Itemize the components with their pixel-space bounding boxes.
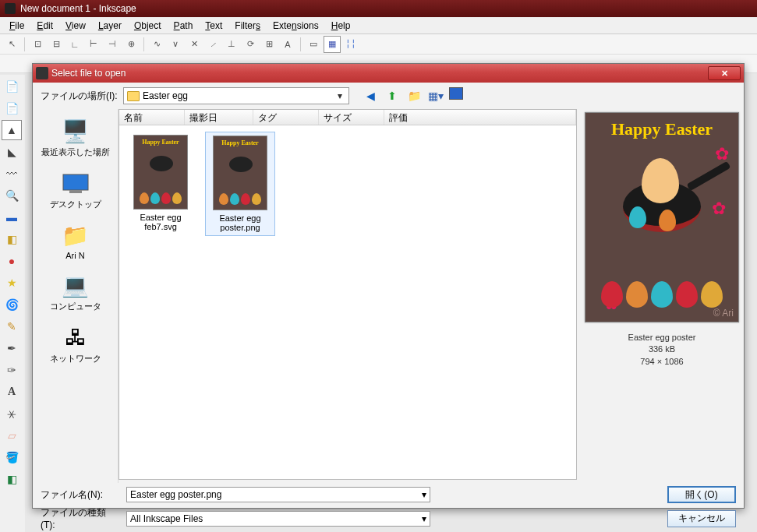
snap-page-btn[interactable]: ▭ bbox=[305, 36, 322, 53]
folder-icon bbox=[127, 91, 140, 101]
spray-tool-icon[interactable]: ⚹ bbox=[2, 403, 22, 424]
snap-cusp-btn[interactable]: ∨ bbox=[167, 36, 184, 53]
current-folder: Easter egg bbox=[143, 90, 331, 101]
col-size[interactable]: サイズ bbox=[319, 110, 384, 125]
snap-rotation-btn[interactable]: ⟳ bbox=[242, 36, 259, 53]
ellipse-tool-icon[interactable]: ● bbox=[2, 251, 22, 271]
snap-guide-btn[interactable]: ╎╎ bbox=[342, 36, 359, 53]
file-list[interactable]: Happy Easter Easter egg feb7.svg bbox=[119, 125, 576, 479]
snap-perp-btn[interactable]: ⊥ bbox=[223, 36, 240, 53]
preview-name: Easter egg poster bbox=[628, 332, 696, 344]
chevron-down-icon[interactable]: ▾ bbox=[422, 513, 426, 524]
location-row: ファイルの場所(I): Easter egg ▾ ◀ ⬆ 📁 ▦▾ bbox=[33, 83, 744, 109]
svg-rect-0 bbox=[63, 174, 88, 190]
open-button[interactable]: 開く(O) bbox=[667, 486, 736, 503]
menu-file[interactable]: File bbox=[3, 19, 30, 33]
snap-text-btn[interactable]: A bbox=[279, 36, 296, 53]
col-name[interactable]: 名前 bbox=[119, 110, 185, 125]
file-item-png[interactable]: Happy Easter Easter egg poster.png bbox=[205, 132, 275, 236]
snap-tangent-btn[interactable]: ⟋ bbox=[204, 36, 221, 53]
rect-tool-icon[interactable]: ▬ bbox=[2, 207, 22, 227]
col-date[interactable]: 撮影日 bbox=[185, 110, 253, 125]
snap-edge-btn[interactable]: ⊢ bbox=[85, 36, 102, 53]
chevron-down-icon[interactable]: ▾ bbox=[422, 489, 426, 500]
bezier-tool-icon[interactable]: ✒ bbox=[2, 338, 22, 358]
places-sidebar: 🖥️ 最近表示した場所 デスクトップ 📁 Ari N 💻 コンピュータ 🖧 ネッ… bbox=[33, 109, 119, 483]
location-combo[interactable]: Easter egg ▾ bbox=[123, 87, 349, 104]
calligraphy-tool-icon[interactable]: ✑ bbox=[2, 360, 22, 380]
place-user-label: Ari N bbox=[65, 251, 84, 260]
menu-view[interactable]: View bbox=[59, 19, 92, 33]
up-icon[interactable]: ⬆ bbox=[384, 87, 401, 104]
menu-filters[interactable]: Filters bbox=[228, 19, 267, 33]
menu-layer[interactable]: Layer bbox=[92, 19, 128, 33]
menu-extensions[interactable]: Extensions bbox=[267, 19, 325, 33]
doc2-tool-icon[interactable]: 📄 bbox=[2, 98, 22, 118]
snap-btn[interactable]: ↖ bbox=[3, 36, 20, 53]
preview-toggle-icon[interactable] bbox=[449, 87, 463, 100]
location-label: ファイルの場所(I): bbox=[41, 90, 119, 103]
eraser-tool-icon[interactable]: ▱ bbox=[2, 425, 22, 446]
network-icon: 🖧 bbox=[58, 323, 93, 351]
snap-grid-btn[interactable]: ▦ bbox=[324, 36, 341, 53]
menu-text[interactable]: Text bbox=[199, 19, 228, 33]
menu-edit[interactable]: Edit bbox=[30, 19, 59, 33]
watermark: © Ari bbox=[713, 308, 734, 319]
filename-value: Easter egg poster.png bbox=[130, 489, 422, 500]
preview-image: Happy Easter ✿ ✿ ✿ © Ari bbox=[585, 112, 739, 322]
place-recent[interactable]: 🖥️ 最近表示した場所 bbox=[37, 114, 115, 161]
snap-node-btn[interactable]: ⊡ bbox=[29, 36, 46, 53]
place-user[interactable]: 📁 Ari N bbox=[37, 218, 115, 263]
filename-label: ファイル名(N): bbox=[41, 488, 119, 502]
text-tool-icon[interactable]: A bbox=[2, 382, 22, 402]
bucket-tool-icon[interactable]: 🪣 bbox=[2, 447, 22, 467]
filetype-value: All Inkscape Files bbox=[130, 513, 422, 524]
window-title: New document 1 - Inkscape bbox=[20, 3, 136, 14]
place-computer[interactable]: 💻 コンピュータ bbox=[37, 268, 115, 315]
star-tool-icon[interactable]: ★ bbox=[2, 273, 22, 293]
selector-tool-icon[interactable]: ▲ bbox=[2, 120, 22, 140]
back-icon[interactable]: ◀ bbox=[362, 87, 379, 104]
doc-tool-icon[interactable]: 📄 bbox=[2, 76, 22, 97]
menu-object[interactable]: Object bbox=[128, 19, 168, 33]
desktop-icon bbox=[58, 169, 93, 197]
gradient-tool-icon[interactable]: ◧ bbox=[2, 469, 22, 489]
zoom-tool-icon[interactable]: 🔍 bbox=[2, 185, 22, 206]
place-network[interactable]: 🖧 ネットワーク bbox=[37, 320, 115, 368]
close-button[interactable]: ✕ bbox=[708, 66, 741, 80]
dialog-titlebar: Select file to open ✕ bbox=[33, 64, 744, 83]
preview-title: Happy Easter bbox=[585, 113, 738, 139]
snap-smooth-btn[interactable]: ∿ bbox=[148, 36, 165, 53]
cancel-button[interactable]: キャンセル bbox=[667, 510, 736, 527]
snap-mid-btn[interactable]: ⊣ bbox=[104, 36, 121, 53]
menu-path[interactable]: Path bbox=[168, 19, 200, 33]
col-tag[interactable]: タグ bbox=[253, 110, 319, 125]
snap-path-btn[interactable]: ⊟ bbox=[48, 36, 65, 53]
file-thumb: Happy Easter bbox=[213, 136, 267, 210]
new-folder-icon[interactable]: 📁 bbox=[405, 87, 423, 104]
file-name-2a: Easter egg bbox=[219, 213, 260, 223]
col-rating[interactable]: 評価 bbox=[384, 110, 576, 125]
dialog-title: Select file to open bbox=[51, 68, 708, 79]
tweak-tool-icon[interactable]: 〰 bbox=[2, 164, 22, 184]
pencil-tool-icon[interactable]: ✎ bbox=[2, 316, 22, 336]
place-desktop[interactable]: デスクトップ bbox=[37, 166, 115, 213]
preview-panel: Happy Easter ✿ ✿ ✿ © Ari Eas bbox=[580, 109, 744, 483]
3dbox-tool-icon[interactable]: ◧ bbox=[2, 229, 22, 249]
dialog-body: 🖥️ 最近表示した場所 デスクトップ 📁 Ari N 💻 コンピュータ 🖧 ネッ… bbox=[33, 109, 744, 483]
nav-icons: ◀ ⬆ 📁 ▦▾ bbox=[362, 87, 463, 104]
snap-corner-btn[interactable]: ∟ bbox=[66, 36, 83, 53]
menu-help[interactable]: Help bbox=[325, 19, 357, 33]
filename-input[interactable]: Easter egg poster.png ▾ bbox=[126, 487, 430, 502]
snap-intersect-btn[interactable]: ✕ bbox=[186, 36, 203, 53]
view-menu-icon[interactable]: ▦▾ bbox=[427, 87, 444, 104]
chevron-down-icon[interactable]: ▾ bbox=[334, 88, 345, 104]
node-tool-icon[interactable]: ◣ bbox=[2, 142, 22, 162]
file-item-svg[interactable]: Happy Easter Easter egg feb7.svg bbox=[126, 132, 196, 234]
snap-center-btn[interactable]: ⊕ bbox=[122, 36, 140, 53]
spiral-tool-icon[interactable]: 🌀 bbox=[2, 294, 22, 315]
snap-anchor-btn[interactable]: ⊞ bbox=[260, 36, 278, 53]
place-computer-label: コンピュータ bbox=[50, 301, 101, 312]
inkscape-icon bbox=[5, 3, 16, 14]
filetype-combo[interactable]: All Inkscape Files ▾ bbox=[126, 511, 430, 527]
